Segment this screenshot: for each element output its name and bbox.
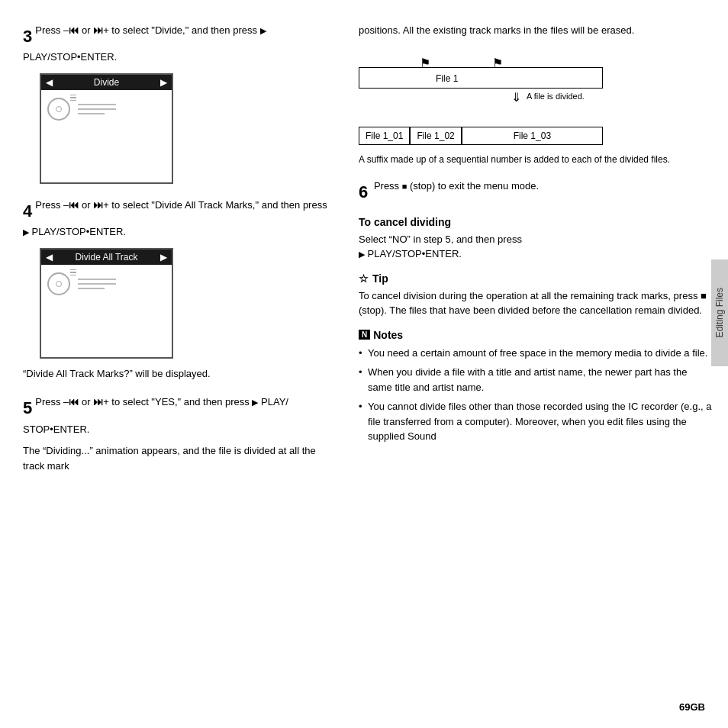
device-arrow-left-3: ◀ — [46, 77, 53, 88]
cancel-text: Select “NO” in step 5, and then press PL… — [359, 232, 713, 262]
file-cell-02: File 1_02 — [410, 127, 461, 145]
file-bar: File 1 — [359, 67, 603, 89]
device-lines-4 — [78, 279, 116, 289]
step-6-number: 6 — [359, 182, 368, 201]
sidebar-tab: Editing Files — [711, 259, 728, 366]
right-intro: positions. All the existing track marks … — [359, 23, 713, 39]
device-lines-3 — [78, 104, 116, 114]
note-item-3: You cannot divide files other than those… — [359, 399, 713, 444]
device-header-3: ◀ Divide ▶ — [41, 75, 172, 90]
diagram-top: ⚑ ⚑ File 1 — [359, 50, 618, 89]
step-4-text: Press –⏮ or ⏭+ to select "Divide All Tra… — [23, 199, 327, 237]
step-6: 6 Press (stop) to exit the menu mode. — [359, 179, 713, 205]
file-cell-01: File 1_01 — [359, 127, 410, 145]
step-4: 4Press –⏮ or ⏭+ to select "Divide All Tr… — [23, 198, 336, 381]
step-5-note: The “Dividing...” animation appears, and… — [23, 443, 336, 473]
step-3: 3Press –⏮ or ⏭+ to select "Divide," and … — [23, 23, 336, 184]
device-label-4: Divide All Track — [75, 252, 137, 263]
suffix-text: A suffix made up of a sequential number … — [359, 153, 713, 166]
notes-list: You need a certain amount of free space … — [359, 346, 713, 444]
play-icon-cancel — [359, 248, 365, 259]
device-rays-3 — [70, 95, 76, 101]
note-item-2: When you divide a file with a title and … — [359, 365, 713, 395]
notes-section: N Notes You need a certain amount of fre… — [359, 329, 713, 444]
tip-text: To cancel division during the operation … — [359, 288, 713, 318]
notes-icon: N — [359, 330, 370, 340]
diagram-arrow-area: ⇓ A file is divided. — [359, 92, 603, 113]
play-icon-4 — [23, 226, 29, 237]
file-diagram: ⚑ ⚑ File 1 ⇓ A file is divided. File 1_0… — [359, 50, 618, 145]
tip-icon: ☆ — [359, 272, 369, 285]
device-arrow-right-4: ▶ — [160, 252, 167, 263]
file1-label: File 1 — [436, 73, 458, 84]
note-item-1: You need a certain amount of free space … — [359, 346, 713, 361]
device-arrow-right-3: ▶ — [160, 77, 167, 88]
sidebar-tab-label: Editing Files — [714, 288, 725, 337]
right-column: positions. All the existing track marks … — [351, 23, 713, 713]
step-3-number: 3 — [23, 27, 32, 46]
cancel-text-1: Select “NO” in step 5, and then press — [359, 234, 522, 245]
device-disc-inner-4 — [56, 281, 62, 287]
play-icon-3 — [260, 24, 266, 36]
play-icon-5 — [252, 396, 258, 407]
device-rays-4 — [70, 269, 76, 276]
device-body-3 — [41, 90, 172, 128]
step-5: 5Press –⏮ or ⏭+ to select "YES," and the… — [23, 395, 336, 473]
device-mockup-3: ◀ Divide ▶ — [40, 73, 173, 184]
device-body-4 — [41, 265, 172, 303]
step-3-text: Press –⏮ or ⏭+ to select "Divide," and t… — [23, 24, 266, 63]
tip-label: Tip — [372, 272, 388, 285]
notes-label: Notes — [373, 329, 403, 341]
device-disc-inner-3 — [56, 106, 62, 112]
tip-section: ☆ Tip To cancel division during the oper… — [359, 272, 713, 318]
cancel-text-2: PLAY/STOP•ENTER. — [365, 248, 462, 259]
stop-icon-6 — [402, 180, 407, 192]
step-4-note: “Divide All Track Marks?” will be displa… — [23, 366, 336, 382]
diagram-bottom: File 1_01 File 1_02 File 1_03 — [359, 127, 603, 145]
left-column: 3Press –⏮ or ⏭+ to select "Divide," and … — [23, 23, 351, 713]
cancel-section: To cancel dividing Select “NO” in step 5… — [359, 216, 713, 262]
tip-title: ☆ Tip — [359, 272, 713, 285]
step-5-number: 5 — [23, 398, 32, 417]
page: 3Press –⏮ or ⏭+ to select "Divide," and … — [0, 0, 728, 728]
device-disc-4 — [47, 272, 70, 295]
step-6-text: Press (stop) to exit the menu mode. — [374, 180, 539, 192]
notes-title: N Notes — [359, 329, 713, 341]
down-arrow-icon: ⇓ — [511, 92, 521, 104]
device-disc-3 — [47, 98, 70, 121]
cancel-title: To cancel dividing — [359, 216, 713, 228]
device-mockup-4: ◀ Divide All Track ▶ — [40, 248, 173, 359]
device-arrow-left-4: ◀ — [46, 252, 53, 263]
step-5-text: Press –⏮ or ⏭+ to select "YES," and then… — [23, 396, 288, 434]
divided-note: A file is divided. — [527, 92, 585, 101]
step-4-number: 4 — [23, 201, 32, 221]
file-cell-03: File 1_03 — [462, 127, 603, 145]
device-label-3: Divide — [94, 77, 119, 88]
device-header-4: ◀ Divide All Track ▶ — [41, 250, 172, 265]
page-number: 69GB — [679, 701, 705, 713]
